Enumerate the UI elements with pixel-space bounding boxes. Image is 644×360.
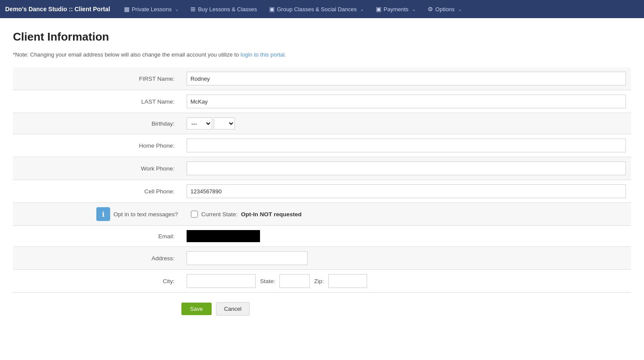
login-link[interactable]: login to this portal <box>241 51 285 58</box>
nav-private-lessons-label: Private Lessons <box>132 6 172 13</box>
optin-cell: Current State: Opt-In NOT requested <box>181 203 631 226</box>
note-text: *Note: Changing your email address below… <box>13 51 631 58</box>
email-cell <box>181 226 631 247</box>
nav-payments-label: Payments <box>384 6 409 13</box>
cell-phone-input[interactable] <box>187 184 626 198</box>
work-phone-label: Work Phone: <box>13 157 181 180</box>
zip-input[interactable] <box>328 274 367 288</box>
optin-info-icon: ℹ <box>96 207 110 221</box>
private-lessons-icon: ▦ <box>124 6 130 13</box>
cancel-button[interactable]: Cancel <box>216 302 250 316</box>
state-input[interactable] <box>279 274 310 288</box>
options-icon: ⚙ <box>428 6 433 13</box>
last-name-input[interactable] <box>187 95 626 108</box>
optin-label-text: Opt in to text messages? <box>114 211 178 218</box>
save-button[interactable]: Save <box>181 303 212 315</box>
home-phone-row: Home Phone: <box>13 134 631 157</box>
nav-group-classes[interactable]: ▣ Group Classes & Social Dances ⌄ <box>264 0 369 18</box>
client-info-form: FIRST Name: LAST Name: Birthday: -- <box>13 67 631 293</box>
email-redacted-block <box>187 230 260 242</box>
location-wrap: State: Zip: <box>187 274 626 288</box>
cell-phone-label: Cell Phone: <box>13 180 181 203</box>
navbar-brand: Demo's Dance Studio :: Client Portal <box>5 6 110 13</box>
work-phone-input[interactable] <box>187 161 626 175</box>
chevron-down-icon-2: ⌄ <box>360 7 364 12</box>
home-phone-cell <box>181 134 631 157</box>
optin-state-value: Opt-In NOT requested <box>241 211 301 218</box>
first-name-cell <box>181 67 631 90</box>
page-title: Client Information <box>13 30 631 44</box>
navbar: Demo's Dance Studio :: Client Portal ▦ P… <box>0 0 644 18</box>
birthday-month-select[interactable]: --- JanFebMar AprMayJun JulAugSep OctNov… <box>187 117 212 129</box>
chevron-down-icon-4: ⌄ <box>458 7 462 12</box>
nav-group-classes-label: Group Classes & Social Dances <box>277 6 357 13</box>
state-label: State: <box>260 278 275 284</box>
nav-options[interactable]: ⚙ Options ⌄ <box>422 0 467 18</box>
location-row: City: State: Zip: <box>13 270 631 293</box>
work-phone-cell <box>181 157 631 180</box>
work-phone-row: Work Phone: <box>13 157 631 180</box>
address-cell <box>181 247 631 270</box>
last-name-cell <box>181 90 631 113</box>
first-name-row: FIRST Name: <box>13 67 631 90</box>
home-phone-input[interactable] <box>187 139 626 152</box>
address-label: Address: <box>13 247 181 270</box>
main-content: Client Information *Note: Changing your … <box>0 18 644 332</box>
cell-phone-row: Cell Phone: <box>13 180 631 203</box>
optin-checkbox[interactable] <box>191 211 198 218</box>
optin-state-label: Current State: <box>201 211 238 218</box>
first-name-label: FIRST Name: <box>13 67 181 90</box>
email-row: Email: <box>13 226 631 247</box>
nav-buy-lessons-label: Buy Lessons & Classes <box>198 6 257 13</box>
nav-payments[interactable]: ▣ Payments ⌄ <box>371 0 421 18</box>
payments-icon: ▣ <box>376 6 381 13</box>
zip-label: Zip: <box>314 278 324 284</box>
last-name-row: LAST Name: <box>13 90 631 113</box>
cell-phone-cell <box>181 180 631 203</box>
email-label: Email: <box>13 226 181 247</box>
birthday-row: Birthday: --- JanFebMar AprMayJun JulAug… <box>13 113 631 134</box>
address-input[interactable] <box>187 251 308 265</box>
location-cell: State: Zip: <box>181 270 631 293</box>
last-name-label: LAST Name: <box>13 90 181 113</box>
nav-buy-lessons[interactable]: ⊞ Buy Lessons & Classes <box>185 0 262 18</box>
group-classes-icon: ▣ <box>269 6 275 13</box>
optin-state-wrap: Current State: Opt-In NOT requested <box>191 211 626 218</box>
chevron-down-icon-3: ⌄ <box>412 7 416 12</box>
birthday-day-select[interactable]: 12345 678910 1112131415 1617181920 21222… <box>214 117 235 129</box>
birthday-wrap: --- JanFebMar AprMayJun JulAugSep OctNov… <box>187 117 626 129</box>
first-name-input[interactable] <box>187 72 626 85</box>
address-row: Address: <box>13 247 631 270</box>
optin-row: ℹ Opt in to text messages? Current State… <box>13 203 631 226</box>
birthday-cell: --- JanFebMar AprMayJun JulAugSep OctNov… <box>181 113 631 134</box>
city-input[interactable] <box>187 274 256 288</box>
nav-private-lessons[interactable]: ▦ Private Lessons ⌄ <box>119 0 184 18</box>
optin-inner: ℹ Opt in to text messages? <box>13 207 178 221</box>
nav-options-label: Options <box>435 6 455 13</box>
city-label: City: <box>13 270 181 293</box>
buy-lessons-icon: ⊞ <box>190 6 196 13</box>
optin-label-container: ℹ Opt in to text messages? <box>13 203 181 226</box>
birthday-label: Birthday: <box>13 113 181 134</box>
form-buttons: Save Cancel <box>13 293 631 320</box>
home-phone-label: Home Phone: <box>13 134 181 157</box>
chevron-down-icon: ⌄ <box>175 7 178 12</box>
